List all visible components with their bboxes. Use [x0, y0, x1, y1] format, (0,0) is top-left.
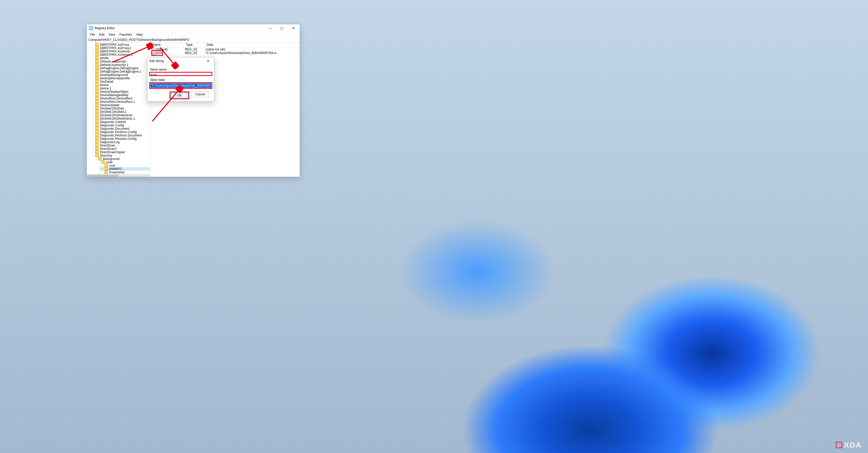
expand-icon[interactable]: ›: [92, 70, 95, 73]
expand-icon[interactable]: ›: [92, 77, 95, 79]
tree-node[interactable]: ›DeviceRect.DeviceRect: [90, 97, 150, 100]
col-name[interactable]: Name: [150, 42, 184, 47]
tree-node[interactable]: ›Diagnostic.Config: [90, 124, 150, 127]
expand-icon[interactable]: ›: [92, 100, 95, 103]
menu-file[interactable]: File: [88, 32, 97, 37]
expand-icon[interactable]: ›: [101, 171, 104, 174]
tree-node[interactable]: ›device.1: [90, 87, 150, 90]
expand-icon[interactable]: ›: [92, 124, 95, 127]
tree-node[interactable]: ›DesktopBackground: [90, 73, 150, 76]
dialog-titlebar[interactable]: Edit String ✕: [147, 57, 214, 65]
tree-node[interactable]: ›DirectDraw7: [90, 147, 150, 151]
expand-icon[interactable]: ›: [92, 94, 95, 96]
list-header[interactable]: Name Type Data: [150, 42, 300, 47]
tree-node[interactable]: ›DirectDrawClipper: [90, 151, 150, 154]
menu-edit[interactable]: Edit: [97, 32, 106, 37]
tree-node[interactable]: ›DBRSTPRX.AsProxy.1: [90, 46, 150, 50]
value-data-input[interactable]: [150, 83, 211, 88]
expand-icon[interactable]: ›: [92, 147, 95, 150]
tree-node[interactable]: ›DfsShell.DfsShellAdmin.1: [90, 117, 150, 120]
expand-icon[interactable]: ›: [101, 167, 104, 170]
menu-favorites[interactable]: Favorites: [117, 32, 134, 37]
tree-node[interactable]: ›DefaultLocationApi.1: [90, 63, 150, 66]
tree-node[interactable]: ›Diagnostic.Perfmon.Config: [90, 130, 150, 134]
menu-view[interactable]: View: [106, 32, 117, 37]
value-name-field[interactable]: Icon: [149, 72, 212, 76]
expand-icon[interactable]: ›: [92, 140, 95, 143]
expand-icon[interactable]: ›: [92, 80, 95, 83]
tree-node[interactable]: ›DefaultLocationApi: [90, 60, 150, 63]
dialog-close-button[interactable]: ✕: [204, 58, 212, 64]
expand-icon[interactable]: ›: [92, 114, 95, 117]
tree-node[interactable]: ›DeviceUpdate: [90, 103, 150, 107]
expand-icon[interactable]: ›: [101, 164, 104, 167]
scrollbar-thumb[interactable]: [87, 175, 118, 177]
expand-icon[interactable]: ›: [92, 144, 95, 147]
tree-node[interactable]: ›device: [90, 83, 150, 87]
tree-node[interactable]: ›DfsShell.DfsShell: [90, 107, 150, 110]
expand-icon[interactable]: ›: [92, 60, 95, 63]
tree-node[interactable]: ›DfsShell.DfsShellAdmin: [90, 114, 150, 117]
menu-help[interactable]: Help: [134, 32, 145, 37]
tree-node[interactable]: ›Diagnostic.Perfmon.Document: [90, 134, 150, 137]
expand-icon[interactable]: ›: [92, 43, 95, 46]
tree-node[interactable]: ›Powershell: [99, 170, 150, 174]
expand-icon[interactable]: ›: [92, 104, 95, 106]
tree-node[interactable]: ›DevDetail: [90, 80, 150, 83]
expand-icon[interactable]: ›: [92, 137, 95, 140]
cancel-button[interactable]: Cancel: [191, 92, 209, 97]
col-type[interactable]: Type: [184, 42, 205, 47]
close-button[interactable]: ✕: [287, 25, 299, 32]
expand-icon[interactable]: ›: [92, 50, 95, 53]
tree-node[interactable]: ›DeviceRect.DeviceRect.1: [90, 100, 150, 103]
minimize-button[interactable]: —: [264, 25, 276, 32]
col-data[interactable]: Data: [205, 42, 300, 47]
tree-node[interactable]: ›DefragEngine.DefragEngine: [90, 66, 150, 70]
expand-icon[interactable]: ›: [92, 73, 95, 76]
tree-node[interactable]: ⌄shell: [96, 160, 150, 164]
expand-icon[interactable]: ›: [92, 53, 95, 56]
expand-icon[interactable]: ›: [92, 87, 95, 90]
expand-icon[interactable]: ›: [92, 121, 95, 123]
expand-icon[interactable]: ›: [92, 67, 95, 69]
expand-icon[interactable]: ›: [92, 107, 95, 110]
tree-node[interactable]: ›Diagnostic.Cabinet: [90, 120, 150, 124]
expand-icon[interactable]: ›: [92, 151, 95, 154]
expand-icon[interactable]: ›: [92, 63, 95, 66]
expand-icon[interactable]: ›: [92, 84, 95, 86]
tree-node[interactable]: ›Diagnostic.Resmon.Config: [90, 137, 150, 140]
tree-label: DfsShell.DfsShell: [100, 107, 124, 110]
maximize-button[interactable]: ▢: [276, 25, 287, 32]
address-bar[interactable]: Computer\HKEY_CLASSES_ROOT\Directory\Bac…: [87, 37, 300, 42]
tree-node[interactable]: ›DefragEngine.DefragEngine.1: [90, 70, 150, 73]
tree-node[interactable]: ›desktopthemepackfile: [90, 76, 150, 80]
tree-node[interactable]: ›DirectDraw: [90, 144, 150, 147]
tree-node[interactable]: ›DfsShell.DfsShell.1: [90, 110, 150, 114]
ok-button[interactable]: OK: [170, 93, 188, 98]
expand-icon[interactable]: ›: [92, 97, 95, 100]
expand-icon[interactable]: ›: [92, 134, 95, 137]
value-row[interactable]: abIconREG_SZ"C:\Users\Ayush\Downloads\hw…: [150, 51, 300, 55]
tree-node[interactable]: ›DiagnosticLog: [90, 140, 150, 144]
tree-node[interactable]: ddsfile: [90, 56, 150, 60]
tree-node[interactable]: ›DBRSTPRX.AsServer: [90, 50, 150, 53]
key-tree[interactable]: ›DBRSTPRX.AsProxy›DBRSTPRX.AsProxy.1›DBR…: [87, 42, 150, 177]
tree-node[interactable]: ›DeviceDisplayObject: [90, 90, 150, 93]
tree-node[interactable]: ›Diagnostic.Document: [90, 127, 150, 130]
tree-node[interactable]: ›DBRSTPRX.AsServer.1: [90, 53, 150, 56]
expand-icon[interactable]: ⌄: [92, 154, 95, 157]
tree-node[interactable]: ›DBRSTPRX.AsProxy: [90, 43, 150, 46]
tree-horizontal-scrollbar[interactable]: [87, 174, 150, 177]
titlebar[interactable]: Registry Editor — ▢ ✕: [87, 24, 300, 32]
expand-icon[interactable]: ⌄: [98, 161, 101, 164]
tree-node[interactable]: ›DeviceManageability: [90, 93, 150, 97]
expand-icon[interactable]: ›: [92, 90, 95, 93]
tree-node[interactable]: ›cmd: [99, 164, 150, 167]
expand-icon[interactable]: ›: [92, 46, 95, 50]
expand-icon[interactable]: ›: [92, 110, 95, 113]
tree-node[interactable]: ›HWiNFO: [99, 167, 150, 170]
expand-icon[interactable]: ›: [92, 130, 95, 133]
expand-icon[interactable]: ⌄: [95, 157, 98, 160]
expand-icon[interactable]: ›: [92, 117, 95, 120]
expand-icon[interactable]: ›: [92, 127, 95, 130]
